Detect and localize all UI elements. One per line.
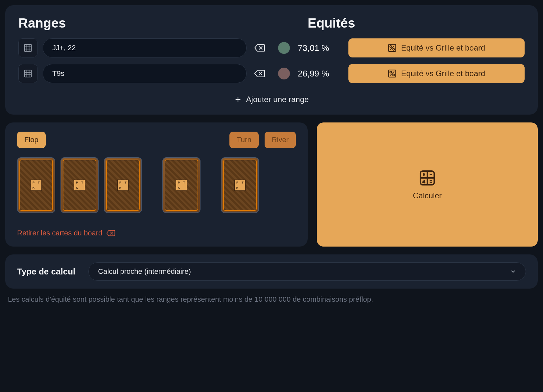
equity-vs-grid-button[interactable]: Equité vs Grille et board (348, 38, 525, 57)
turn-river-tab-group: Turn River (229, 132, 296, 148)
svg-point-19 (390, 71, 391, 73)
calculate-label: Calculer (413, 191, 442, 200)
turn-card[interactable]: PTK (162, 157, 201, 213)
svg-point-9 (393, 49, 394, 50)
calc-type-selected: Calcul proche (intermédiaire) (98, 267, 191, 276)
calc-type-select[interactable]: Calcul proche (intermédiaire) (88, 262, 526, 281)
board-calc-row: Flop Turn River PTK PTK PTK PTK PTK Reti… (5, 122, 538, 247)
range-color-dot (278, 68, 290, 79)
backspace-icon (254, 69, 265, 78)
flop-card-2[interactable]: PTK (60, 157, 99, 213)
tab-turn[interactable]: Turn (229, 132, 258, 148)
clear-range-button[interactable] (252, 40, 268, 56)
range-input[interactable] (43, 38, 247, 57)
board-cards-row: PTK PTK PTK PTK PTK (17, 157, 296, 213)
calculator-icon (418, 169, 437, 187)
range-row: 73,01 % Equité vs Grille et board (18, 38, 525, 57)
card-back-logo: PTK (74, 180, 85, 191)
equities-heading: Equités (308, 16, 525, 31)
card-back-logo: PTK (234, 180, 246, 191)
plus-icon (234, 96, 242, 103)
card-back-logo: PTK (31, 180, 42, 191)
clear-range-button[interactable] (252, 66, 268, 81)
svg-line-21 (390, 72, 394, 76)
percent-icon (388, 69, 396, 78)
card-back-logo: PTK (117, 180, 129, 191)
equity-btn-label: Equité vs Grille et board (401, 43, 485, 53)
tab-flop[interactable]: Flop (17, 132, 46, 148)
add-range-label: Ajouter une range (246, 95, 309, 104)
equity-vs-grid-button[interactable]: Equité vs Grille et board (348, 64, 525, 83)
grid-button[interactable] (18, 38, 37, 57)
flop-tab-group: Flop (17, 132, 46, 148)
range-input[interactable] (43, 64, 247, 83)
svg-point-20 (393, 74, 394, 76)
equity-value: 73,01 % (298, 43, 341, 53)
board-panel: Flop Turn River PTK PTK PTK PTK PTK Reti… (5, 122, 308, 247)
calc-type-label: Type de calcul (17, 267, 75, 277)
tab-river[interactable]: River (265, 132, 296, 148)
equity-btn-label: Equité vs Grille et board (401, 69, 485, 78)
percent-icon (388, 44, 396, 52)
grid-button[interactable] (18, 64, 37, 83)
grid-icon (23, 43, 33, 53)
equity-section: 26,99 % Equité vs Grille et board (278, 64, 525, 83)
backspace-icon (254, 44, 265, 52)
chevron-down-icon (510, 268, 516, 275)
card-back-logo: PTK (176, 180, 187, 191)
panel-headers: Ranges Equités (18, 16, 525, 31)
river-card[interactable]: PTK (221, 157, 259, 213)
flop-card-1[interactable]: PTK (17, 157, 55, 213)
remove-board-cards-button[interactable]: Retirer les cartes du board (17, 229, 296, 237)
equity-value: 26,99 % (298, 69, 341, 79)
range-row: 26,99 % Equité vs Grille et board (18, 64, 525, 83)
equity-section: 73,01 % Equité vs Grille et board (278, 38, 525, 57)
add-range-button[interactable]: Ajouter une range (18, 95, 525, 104)
svg-rect-11 (25, 70, 32, 77)
calculate-button[interactable]: Calculer (317, 122, 538, 247)
ranges-heading: Ranges (18, 16, 308, 31)
grid-icon (23, 69, 33, 78)
remove-cards-label: Retirer les cartes du board (17, 229, 102, 237)
svg-line-10 (390, 46, 394, 50)
svg-rect-0 (25, 45, 32, 52)
footer-note: Les calculs d'équité sont possible tant … (5, 295, 538, 304)
calc-type-panel: Type de calcul Calcul proche (intermédia… (5, 254, 538, 289)
svg-point-8 (390, 46, 391, 47)
ranges-panel: Ranges Equités 73,01 % (5, 5, 538, 115)
flop-card-3[interactable]: PTK (104, 157, 142, 213)
range-color-dot (278, 42, 290, 54)
backspace-icon (106, 229, 115, 237)
